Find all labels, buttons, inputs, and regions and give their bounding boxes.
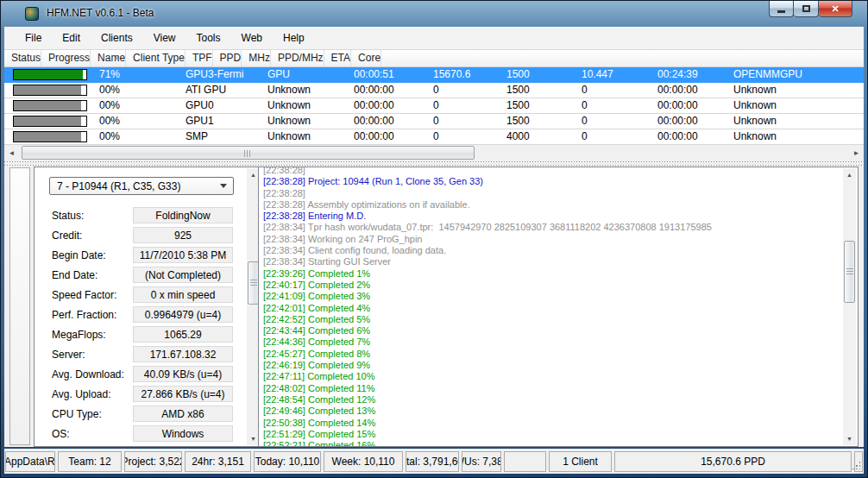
- cell-ppd: 0: [426, 129, 500, 144]
- log-line: [22:42:52] Completed 5%: [263, 314, 858, 325]
- column-header[interactable]: Client Type▲: [126, 50, 186, 66]
- statusbar-segment: 15,670.6 PPD: [614, 451, 852, 472]
- cell-eta: 00:00:00: [651, 83, 726, 97]
- client-grid: Status▲ Progress▲ Name▲ Client Type▲ TPF…: [4, 50, 864, 160]
- queue-field-row: Speed Factor: 0 x min speed: [35, 285, 247, 305]
- table-row[interactable]: 71% GPU3-Fermi GPU 00:00:51 15670.6 1500…: [4, 67, 864, 83]
- cell-ppd: 0: [426, 83, 500, 97]
- app-icon: [25, 7, 39, 21]
- column-header[interactable]: Progress▲: [41, 50, 91, 66]
- menu-item[interactable]: Tools: [186, 28, 231, 48]
- field-label: Credit:: [35, 230, 133, 242]
- queue-index-dropdown[interactable]: 7 - P10944 (R1, C35, G33): [49, 177, 234, 195]
- log-line: [22:38:28] Entering M.D.: [263, 211, 858, 222]
- field-value: 925: [133, 227, 233, 243]
- log-viewer[interactable]: [22:38:28] [22:38:28] Project: 10944 (Ru…: [258, 167, 859, 447]
- close-button[interactable]: ✕: [819, 1, 852, 17]
- log-line: [22:42:01] Completed 4%: [263, 303, 858, 314]
- field-label: End Date:: [35, 269, 133, 281]
- menu-item[interactable]: Web: [231, 28, 273, 48]
- field-value: AMD x86: [133, 406, 233, 422]
- cell-name: GPU0: [179, 98, 261, 113]
- cell-tpf: 00:00:00: [347, 98, 426, 113]
- log-line: [22:38:28] Assembly optimizations on if …: [263, 199, 858, 211]
- log-line: [22:38:34] Tpr hash work/wudata_07.tpr: …: [263, 222, 858, 233]
- cell-ppd-mhz: 10.447: [575, 67, 651, 82]
- grid-header: Status▲ Progress▲ Name▲ Client Type▲ TPF…: [4, 50, 864, 67]
- status-bar: [13, 116, 87, 127]
- maximize-icon: [802, 5, 810, 12]
- column-header[interactable]: MHz▲: [242, 50, 271, 66]
- column-header[interactable]: ETA▲: [324, 50, 351, 66]
- scrollbar-grip-icon: [244, 150, 252, 157]
- cell-tpf: 00:00:51: [347, 67, 426, 82]
- splitter-handle[interactable]: [4, 160, 864, 167]
- table-row[interactable]: 00% ATI GPU Unknown 00:00:00 0 1500 0 00…: [4, 83, 864, 98]
- log-line: [22:39:26] Completed 1%: [263, 268, 858, 280]
- scroll-right-icon[interactable]: ►: [849, 145, 864, 160]
- client-grid-body: 71% GPU3-Fermi GPU 00:00:51 15670.6 1500…: [4, 67, 864, 145]
- log-line: [22:44:36] Completed 7%: [263, 336, 858, 348]
- field-value: 0.9964979 (u=4): [133, 306, 233, 323]
- cell-core: Unknown: [726, 98, 864, 113]
- queue-field-row: CPU Type: AMD x86: [35, 404, 247, 424]
- column-header[interactable]: Name▲: [91, 50, 126, 66]
- menu-item[interactable]: Clients: [91, 28, 143, 48]
- scroll-down-icon[interactable]: ▼: [843, 432, 856, 445]
- statusbar-segment: WUs: 7,388: [462, 451, 501, 472]
- queue-field-row: Begin Date: 11/7/2010 5:38 PM: [35, 245, 247, 265]
- scrollbar-grip-icon: [250, 280, 257, 287]
- maximize-button[interactable]: [794, 1, 819, 17]
- column-header[interactable]: PPD/MHz▲: [271, 50, 324, 66]
- menu-item[interactable]: File: [15, 28, 52, 48]
- log-line: [22:38:28]: [263, 188, 858, 199]
- column-header[interactable]: TPF▲: [186, 50, 213, 66]
- cell-mhz: 1500: [500, 98, 575, 113]
- statusbar-segment: Total: 3,791,607: [406, 451, 459, 472]
- statusbar-segment: Today: 10,110: [254, 451, 321, 472]
- scroll-left-icon[interactable]: ◄: [4, 145, 19, 160]
- cell-core: Unknown: [726, 83, 864, 97]
- table-row[interactable]: 00% GPU0 Unknown 00:00:00 0 1500 0 00:00…: [4, 98, 864, 114]
- statusbar-segment: C:\Users\Skier\AppData\Roaming\Folding: [5, 451, 55, 472]
- queue-field-row: End Date: (Not Completed): [35, 265, 247, 285]
- column-header[interactable]: PPD▲: [213, 50, 242, 66]
- title-bar[interactable]: HFM.NET v0.6.1 - Beta ✕: [2, 1, 866, 27]
- cell-core: OPENMMGPU: [726, 67, 864, 82]
- horizontal-scrollbar-thumb[interactable]: [22, 146, 475, 160]
- scrollbar-grip-icon: [846, 268, 853, 276]
- queue-field-row: OS: Windows: [35, 424, 247, 443]
- queue-panel: 7 - P10944 (R1, C35, G33) Status: Foldin…: [34, 167, 261, 447]
- field-label: OS:: [35, 428, 133, 440]
- column-header[interactable]: Core▲: [351, 50, 381, 66]
- queue-index-value: 7 - P10944 (R1, C35, G33): [57, 180, 180, 192]
- cell-name: GPU1: [179, 114, 261, 129]
- menu-item[interactable]: Edit: [52, 28, 91, 48]
- log-scrollbar[interactable]: ▲ ▼: [843, 168, 856, 445]
- status-bar-strip: C:\Users\Skier\AppData\Roaming\Folding T…: [4, 449, 864, 474]
- cell-name: SMP: [179, 129, 261, 144]
- cell-ppd-mhz: 0: [575, 83, 651, 97]
- scroll-up-icon[interactable]: ▲: [843, 168, 856, 181]
- field-value: 0 x min speed: [133, 286, 233, 303]
- column-header[interactable]: Status▲: [4, 50, 41, 66]
- table-row[interactable]: 00% GPU1 Unknown 00:00:00 0 1500 0 00:00…: [4, 114, 864, 129]
- log-line: [22:41:09] Completed 3%: [263, 291, 858, 302]
- log-scrollbar-thumb[interactable]: [844, 241, 855, 303]
- close-icon: ✕: [831, 3, 839, 15]
- queue-field-row: MegaFlops: 1065.29: [35, 324, 247, 344]
- hide-queue-button[interactable]: [9, 167, 30, 445]
- log-line: [22:43:44] Completed 6%: [263, 325, 858, 336]
- minimize-button[interactable]: [769, 1, 794, 17]
- field-value: 27.866 KB/s (u=4): [133, 386, 233, 402]
- statusbar-segment: [504, 451, 546, 472]
- horizontal-scrollbar[interactable]: ◄ ►: [4, 145, 864, 160]
- table-row[interactable]: 00% SMP Unknown 00:00:00 0 4000 0 00:00:…: [4, 129, 864, 145]
- menu-item[interactable]: Help: [273, 28, 315, 48]
- cell-progress: 71%: [92, 67, 179, 82]
- menu-item[interactable]: View: [143, 28, 186, 48]
- cell-eta: 00:00:00: [651, 114, 726, 129]
- cell-ppd: 0: [426, 98, 500, 113]
- cell-progress: 00%: [92, 83, 179, 97]
- log-line: [22:48:02] Completed 11%: [263, 383, 858, 394]
